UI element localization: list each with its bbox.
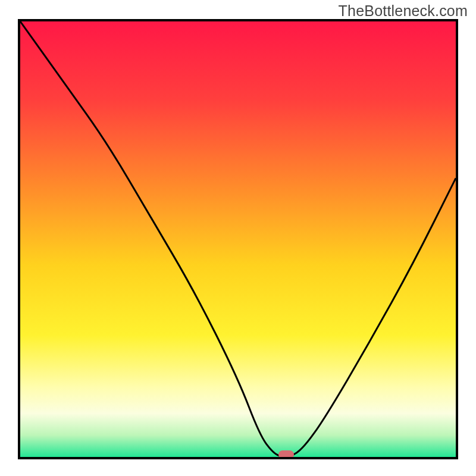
watermark-text: TheBottleneck.com <box>339 2 468 20</box>
plot-area <box>18 19 458 459</box>
bottleneck-curve <box>20 21 456 457</box>
curve-layer <box>20 21 456 457</box>
bottleneck-chart: TheBottleneck.com <box>0 0 476 476</box>
minimum-marker <box>278 450 294 459</box>
